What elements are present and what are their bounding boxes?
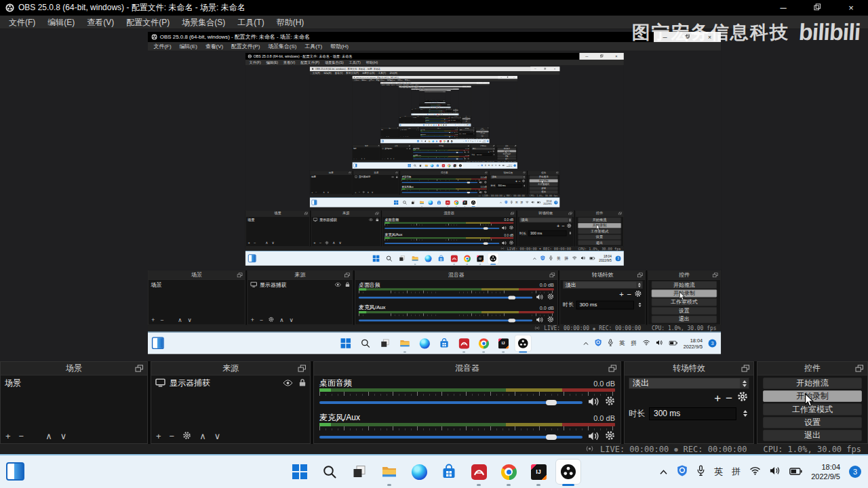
menu-item-file[interactable]: 文件(F) [3,16,41,29]
minimize-button[interactable]: ─ [582,53,592,60]
start-button[interactable] [370,251,382,265]
add-transition-button[interactable]: + [557,224,559,228]
controls-dock-header[interactable]: 控件 [648,271,720,280]
popout-icon[interactable] [298,365,307,372]
transition-properties-gear-icon[interactable] [567,223,572,229]
widgets-icon[interactable] [312,200,317,205]
select-spinner[interactable] [740,378,749,388]
popout-icon[interactable] [855,365,864,372]
volume-slider[interactable] [425,122,447,123]
search-icon[interactable] [412,163,418,169]
scene-up-button[interactable]: ∧ [387,136,387,138]
speaker-icon[interactable] [536,317,543,325]
volume-slider-handle[interactable] [546,400,557,405]
duration-spinner[interactable] [568,230,572,236]
volume-slider[interactable] [401,181,477,184]
tray-chevron-up-icon[interactable] [463,140,465,142]
select-spinner[interactable] [636,281,642,288]
volume-slider-handle[interactable] [508,319,515,322]
volume-tray-icon[interactable] [477,140,478,142]
duration-input[interactable] [496,184,521,187]
notification-badge[interactable]: 3 [458,114,458,115]
source-up-button[interactable]: ∧ [416,122,416,123]
scene-down-button[interactable]: ∨ [188,317,192,323]
microsoft-store-icon[interactable] [435,198,443,207]
obs-taskbar-icon[interactable] [445,124,448,127]
sources-dock-header[interactable]: 来源 [151,362,310,375]
acrobat-icon[interactable] [448,251,460,265]
chrome-icon[interactable] [474,333,494,353]
add-source-button[interactable]: + [382,158,382,159]
remove-scene-button[interactable]: − [19,432,24,441]
channel-settings-gear-icon[interactable] [467,158,469,161]
search-icon[interactable] [400,198,409,207]
duration-input[interactable] [453,120,460,121]
add-source-button[interactable]: + [400,136,401,138]
channel-settings-gear-icon[interactable] [467,151,469,154]
channel-settings-gear-icon[interactable] [547,293,554,302]
transition-select[interactable]: 淡出 [491,176,526,179]
exit-button[interactable]: 退出 [462,121,471,122]
security-shield-icon[interactable] [465,140,467,142]
notification-badge[interactable]: 3 [469,125,470,125]
search-icon[interactable] [382,251,395,265]
lock-icon[interactable] [376,218,378,222]
source-item[interactable]: 显示器捕获 [311,216,380,223]
volume-slider[interactable] [413,158,463,160]
channel-settings-gear-icon[interactable] [484,190,487,194]
restore-button[interactable] [679,32,694,42]
clock[interactable]: 18:04 2022/9/5 [507,164,512,167]
duration-spinner[interactable] [473,133,475,134]
ime-language-indicator[interactable]: 英 [515,201,518,204]
transitions-dock-header[interactable]: 转场特效 [625,362,753,375]
clock[interactable]: 18:04 2022/9/5 [684,337,703,350]
popout-icon[interactable] [304,212,309,216]
preview-area[interactable]: OBS 25.0.8 (64-bit, windows) - 配置文件: 未命名… [411,90,458,108]
visibility-eye-icon[interactable] [283,379,293,388]
source-down-button[interactable]: ∨ [372,191,374,194]
remove-transition-button[interactable]: − [519,180,521,183]
channel-settings-gear-icon[interactable] [509,226,514,231]
speaker-icon[interactable] [588,396,599,409]
popout-icon[interactable] [637,272,644,277]
security-shield-icon[interactable] [540,256,545,262]
exit-button[interactable]: 退出 [476,136,488,137]
preview-area[interactable] [425,92,445,100]
notification-badge[interactable]: 3 [450,107,451,108]
lock-icon[interactable] [299,378,306,389]
volume-slider-handle[interactable] [467,192,470,193]
volume-tray-icon[interactable] [462,125,463,125]
source-properties-gear-icon[interactable] [325,241,329,245]
clock[interactable]: 18:04 2022/9/5 [543,200,551,205]
duration-input[interactable] [649,407,736,420]
channel-settings-gear-icon[interactable] [605,396,615,409]
scene-item[interactable]: 场景 [419,104,425,104]
volume-slider[interactable] [359,293,532,301]
start-button[interactable] [285,456,315,487]
preview-area[interactable]: OBS 25.0.8 (64-bit, windows) - 配置文件: 未命名… [0,29,868,361]
menu-item-tools[interactable]: 工具(T) [300,42,326,51]
remove-source-button[interactable]: − [401,136,402,138]
file-explorer-icon[interactable] [374,456,404,487]
transition-select[interactable]: 淡出 [563,281,643,289]
menu-item-view[interactable]: 查看(V) [333,71,344,75]
wifi-icon[interactable] [572,256,577,261]
acrobat-icon[interactable] [441,163,446,169]
scene-item[interactable]: 场景 [399,117,412,119]
close-button[interactable]: × [840,0,863,16]
security-shield-icon[interactable] [481,164,483,167]
settings-button[interactable]: 设置 [578,235,621,239]
clock[interactable]: 18:04 2022/9/5 [466,124,469,125]
select-spinner[interactable] [568,218,572,222]
popout-icon[interactable] [549,272,555,277]
microsoft-store-icon[interactable] [434,456,464,487]
popout-icon[interactable] [556,171,559,174]
edge-icon[interactable] [422,251,435,265]
file-explorer-icon[interactable] [395,333,414,353]
add-scene-button[interactable]: + [151,317,155,323]
transition-properties-gear-icon[interactable] [737,391,748,405]
obs-taskbar-icon[interactable] [469,198,478,207]
transition-properties-gear-icon[interactable] [492,150,494,153]
minimize-button[interactable]: ─ [657,32,672,42]
widgets-icon[interactable] [6,462,24,481]
